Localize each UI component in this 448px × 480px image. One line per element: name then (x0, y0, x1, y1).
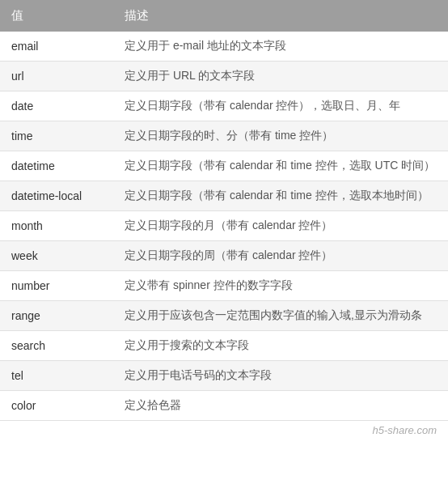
table-row: date定义日期字段（带有 calendar 控件），选取日、月、年 (0, 91, 448, 121)
table-row: tel定义用于电话号码的文本字段 (0, 361, 448, 391)
cell-description: 定义用于电话号码的文本字段 (113, 361, 448, 391)
cell-value: color (0, 391, 113, 421)
table-row: search定义用于搜索的文本字段 (0, 331, 448, 361)
table-row: range定义用于应该包含一定范围内数字值的输入域,显示为滑动条 (0, 301, 448, 331)
cell-value: search (0, 331, 113, 361)
cell-description: 定义日期字段（带有 calendar 和 time 控件，选取 UTC 时间） (113, 151, 448, 181)
col-header-description: 描述 (113, 0, 448, 32)
cell-description: 定义日期字段的月（带有 calendar 控件） (113, 211, 448, 241)
cell-value: email (0, 32, 113, 62)
cell-value: number (0, 271, 113, 301)
table-row: month定义日期字段的月（带有 calendar 控件） (0, 211, 448, 241)
table-row: time定义日期字段的时、分（带有 time 控件） (0, 121, 448, 151)
reference-table: 值 描述 email定义用于 e-mail 地址的文本字段url定义用于 URL… (0, 0, 448, 421)
table-row: week定义日期字段的周（带有 calendar 控件） (0, 241, 448, 271)
cell-value: datetime-local (0, 181, 113, 211)
cell-description: 定义日期字段的时、分（带有 time 控件） (113, 121, 448, 151)
table-row: email定义用于 e-mail 地址的文本字段 (0, 32, 448, 62)
cell-value: week (0, 241, 113, 271)
col-header-value: 值 (0, 0, 113, 32)
cell-description: 定义日期字段（带有 calendar 控件），选取日、月、年 (113, 91, 448, 121)
cell-value: datetime (0, 151, 113, 181)
table-row: number定义带有 spinner 控件的数字字段 (0, 271, 448, 301)
cell-value: date (0, 91, 113, 121)
watermark: h5-share.com (0, 421, 448, 441)
table-row: datetime-local定义日期字段（带有 calendar 和 time … (0, 181, 448, 211)
table-row: color定义拾色器 (0, 391, 448, 421)
cell-description: 定义日期字段（带有 calendar 和 time 控件，选取本地时间） (113, 181, 448, 211)
cell-value: range (0, 301, 113, 331)
cell-value: time (0, 121, 113, 151)
cell-value: tel (0, 361, 113, 391)
table-row: url定义用于 URL 的文本字段 (0, 62, 448, 91)
cell-description: 定义用于 e-mail 地址的文本字段 (113, 32, 448, 62)
cell-value: month (0, 211, 113, 241)
cell-description: 定义日期字段的周（带有 calendar 控件） (113, 241, 448, 271)
cell-description: 定义用于 URL 的文本字段 (113, 62, 448, 91)
cell-description: 定义带有 spinner 控件的数字字段 (113, 271, 448, 301)
cell-value: url (0, 62, 113, 91)
cell-description: 定义拾色器 (113, 391, 448, 421)
cell-description: 定义用于搜索的文本字段 (113, 331, 448, 361)
table-row: datetime定义日期字段（带有 calendar 和 time 控件，选取 … (0, 151, 448, 181)
cell-description: 定义用于应该包含一定范围内数字值的输入域,显示为滑动条 (113, 301, 448, 331)
